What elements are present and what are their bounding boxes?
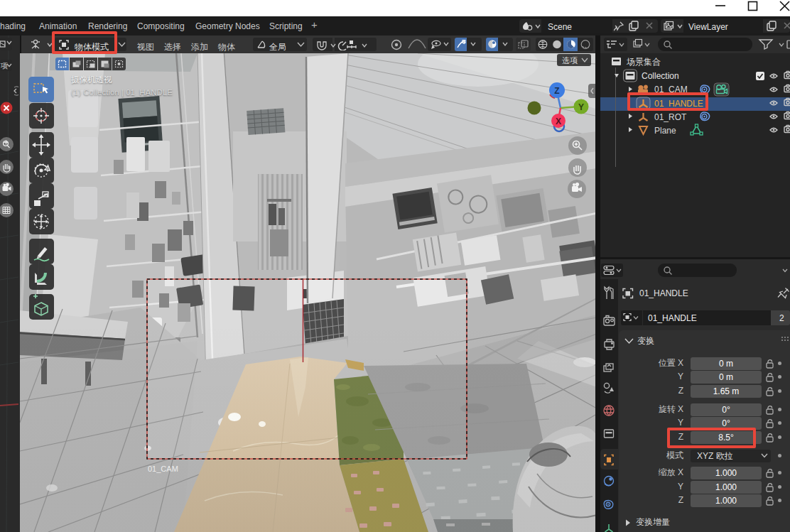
svg-text:Collection: Collection	[642, 71, 679, 81]
svg-text:场景集合: 场景集合	[626, 57, 661, 67]
svg-text:Y: Y	[578, 102, 584, 112]
svg-text:01_ROT: 01_ROT	[654, 112, 687, 122]
svg-text:项: 项	[0, 62, 8, 70]
svg-text:Plane: Plane	[654, 126, 676, 136]
svg-text:X: X	[556, 116, 561, 126]
svg-text:Z: Z	[554, 86, 559, 96]
svg-text:01_CAM: 01_CAM	[148, 465, 178, 473]
